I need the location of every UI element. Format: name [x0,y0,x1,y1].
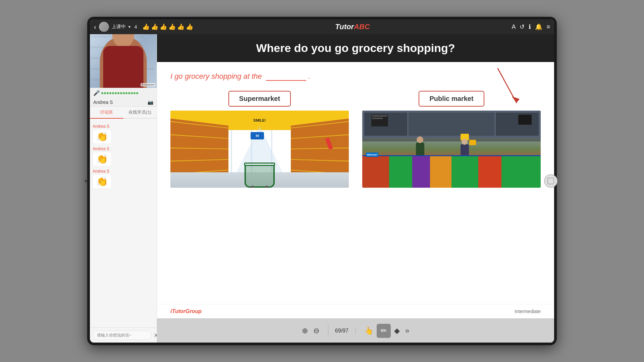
top-bar-left: ‹ 上课中 ▾ 4 👍 👍 👍 👍 👍 👍 [94,22,193,32]
pen-tool-button[interactable]: ✏ [377,324,391,338]
thumb-icon: 👍 [186,23,193,31]
zoom-group: ⊕ ⊖ [293,324,328,337]
tablet-frame: ‹ 上课中 ▾ 4 👍 👍 👍 👍 👍 👍 TutorABC [87,17,557,345]
arrow-annotation [487,65,527,109]
tabs-row: 讨论区 在线学员(1) [90,107,157,119]
manycam-badge: ⊕ manycam [141,83,155,86]
chat-input-bar: ➤ [90,327,157,343]
thumb-icon: 👍 [168,23,176,31]
public-market-image: Walmart [362,111,541,188]
back-button[interactable]: ‹ [94,23,96,31]
zoom-out-button[interactable]: ⊖ [311,324,321,337]
slide-header: Where do you go grocery shopping? [157,34,554,62]
slide-footer: iTutorGroup Intermediate [157,304,554,318]
main-content: iTutorGroupiTutorGro iTutiTutorGroup iTu… [90,34,554,343]
supermarket-label: Supermarket [228,91,291,107]
fill-blank-text: I go grocery shopping at the . [170,72,541,81]
mic-icon: 🎤 [93,90,100,96]
mic-bar: 🎤 [90,88,157,98]
chat-emoji: 👏 [93,129,112,144]
info-icon[interactable]: ℹ [529,23,531,31]
eraser-tool-button[interactable]: ◆ [392,324,402,337]
choices-row: Supermarket SMILE! [170,91,541,297]
count-badge: 4 [135,24,137,29]
page-indicator: 69/97 [328,328,356,334]
top-bar: ‹ 上课中 ▾ 4 👍 👍 👍 👍 👍 👍 TutorABC [90,19,554,34]
next-button[interactable]: » [403,324,411,337]
user-name: Andrea S [93,100,113,105]
chat-input[interactable] [93,330,152,340]
chat-username: Andrea S [93,124,154,129]
tab-discussion[interactable]: 讨论区 [90,107,123,119]
chat-emoji: 👏 [93,174,112,189]
slide-body: I go grocery shopping at the . [157,62,554,304]
chat-emoji: 👏 [93,152,112,166]
thumb-icon: 👍 [160,23,167,31]
list-item: Andrea S 👏 [93,124,154,144]
camera-icon[interactable]: 📷 [148,100,153,105]
refresh-icon[interactable]: ↺ [520,23,525,31]
tab-online[interactable]: 在线学员(1) [123,107,157,118]
blank-line [266,80,306,81]
logo-center: TutorABC [197,22,508,31]
choice-supermarket: Supermarket SMILE! [170,91,349,188]
mic-level [101,92,138,94]
slide-toolbar: ⊕ ⊖ 69/97 👆 ✏ ◆ » [157,318,554,343]
app-logo: TutorABC [335,22,370,31]
chat-messages: Andrea S 👏 Andrea S 👏 Andrea S 👏 [90,119,157,327]
footer-level: Intermediate [515,309,541,314]
hand-tool-button[interactable]: 👆 [362,324,375,337]
public-market-label: Public market [419,91,484,107]
thumb-icon: 👍 [151,23,158,31]
tablet-inner: ‹ 上课中 ▾ 4 👍 👍 👍 👍 👍 👍 TutorABC [90,19,554,343]
class-label: 上课中 [112,24,126,30]
tools-group: 👆 ✏ ◆ » [356,324,418,338]
chat-username: Andrea S [93,169,154,174]
user-name-bar: Andrea S 📷 [90,98,157,107]
fill-blank-prefix: I go grocery shopping at the [170,72,262,80]
footer-brand: iTutorGroup [170,308,202,314]
text-icon[interactable]: A [512,23,516,31]
zoom-in-button[interactable]: ⊕ [300,324,310,337]
slide-content: Where do you go grocery shopping? I go g… [157,34,554,318]
menu-icon[interactable]: ≡ [546,23,550,31]
thumb-icon: 👍 [142,23,150,31]
chat-username: Andrea S [93,146,154,151]
list-item: Andrea S 👏 [93,146,154,166]
home-button-icon [547,178,554,184]
list-item: Andrea S 👏 [93,169,154,189]
avatar [99,22,109,32]
thumb-icon: 👍 [177,23,184,31]
video-feed: iTutorGroupiTutorGro iTutiTutorGroup iTu… [90,34,157,88]
period: . [308,72,310,80]
person-silhouette [90,34,157,88]
dropdown-icon[interactable]: ▾ [128,24,130,29]
top-bar-right: A ↺ ℹ 🔔 ≡ [512,23,550,31]
thumb-icons-group: 👍 👍 👍 👍 👍 👍 [142,23,193,31]
home-button[interactable] [544,174,557,188]
side-button [85,180,87,182]
notification-icon[interactable]: 🔔 [535,23,542,31]
supermarket-image: SMILE! [170,111,349,188]
slide-area: Where do you go grocery shopping? I go g… [157,34,554,343]
sidebar: iTutorGroupiTutorGro iTutiTutorGroup iTu… [90,34,157,343]
